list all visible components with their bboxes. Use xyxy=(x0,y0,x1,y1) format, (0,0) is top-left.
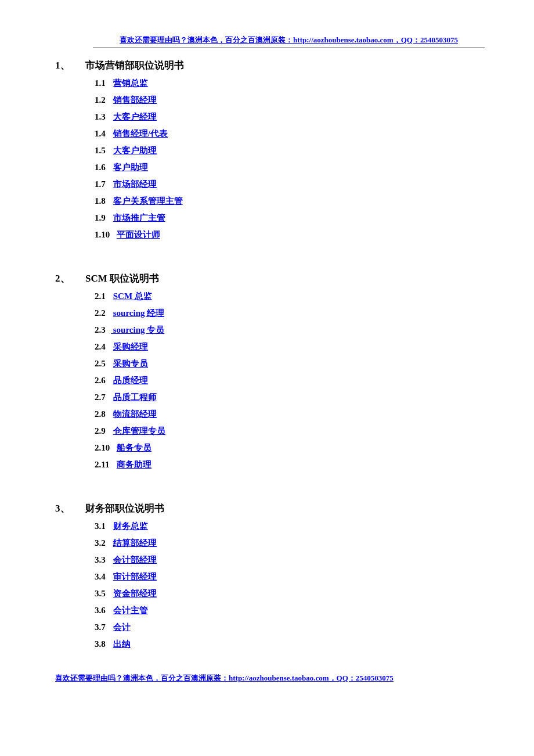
item-number: 1.4 xyxy=(95,129,111,139)
toc-item: 2.9 仓库管理专员 xyxy=(95,426,479,437)
toc-item: 3.2 结算部经理 xyxy=(95,538,479,549)
item-number: 2.6 xyxy=(95,376,111,386)
page-footer-link[interactable]: 喜欢还需要理由吗？澳洲本色，百分之百澳洲原装：http://aozhoubens… xyxy=(55,673,479,683)
toc-link[interactable]: 会计主管 xyxy=(113,606,148,615)
item-number: 1.3 xyxy=(95,112,111,122)
toc-item: 1.9 市场推广主管 xyxy=(95,213,479,224)
item-number: 1.10 xyxy=(95,230,114,240)
section-2: 2、 SCM 职位说明书 2.1 SCM 总监 2.2 sourcing 经理 … xyxy=(55,272,479,470)
item-number: 2.10 xyxy=(95,443,114,453)
toc-link[interactable]: SCM 总监 xyxy=(113,291,152,301)
toc-link[interactable]: 平面设计师 xyxy=(117,230,160,239)
item-number: 3.5 xyxy=(95,589,111,599)
toc-link[interactable]: 销售部经理 xyxy=(113,95,157,105)
item-number: 1.8 xyxy=(95,196,111,206)
toc-item: 2.3 sourcing 专员 xyxy=(95,325,479,336)
section-1: 1、 市场营销部职位说明书 1.1 营销总监 1.2 销售部经理 1.3 大客户… xyxy=(55,59,479,240)
toc-item: 3.1 财务总监 xyxy=(95,521,479,532)
toc-item: 2.1 SCM 总监 xyxy=(95,291,479,302)
toc-link[interactable]: 出纳 xyxy=(113,639,131,649)
toc-link[interactable]: 船务专员 xyxy=(117,443,151,452)
toc-item: 1.8 客户关系管理主管 xyxy=(95,196,479,207)
item-number: 2.3 xyxy=(95,325,111,335)
toc-item: 2.6 品质经理 xyxy=(95,375,479,386)
item-number: 2.5 xyxy=(95,359,111,369)
item-number: 1.2 xyxy=(95,95,111,105)
toc-link[interactable]: 品质工程师 xyxy=(113,393,157,402)
toc-link[interactable]: sourcing 经理 xyxy=(113,308,164,318)
toc-link[interactable]: 财务总监 xyxy=(113,521,148,531)
item-number: 3.2 xyxy=(95,538,111,548)
toc-item: 1.2 销售部经理 xyxy=(95,95,479,106)
toc-item: 2.2 sourcing 经理 xyxy=(95,308,479,319)
toc-link[interactable]: 采购经理 xyxy=(113,342,148,351)
toc-item: 3.7 会计 xyxy=(95,622,479,633)
item-number: 2.2 xyxy=(95,308,111,318)
toc-item: 2.7 品质工程师 xyxy=(95,392,479,403)
toc-link[interactable]: 资金部经理 xyxy=(113,589,157,598)
toc-link[interactable]: sourcing 专员 xyxy=(111,325,164,334)
item-number: 3.1 xyxy=(95,521,111,531)
item-number: 3.4 xyxy=(95,572,111,582)
toc-link[interactable]: 大客户助理 xyxy=(113,146,157,155)
item-number: 1.7 xyxy=(95,179,111,189)
section-heading: SCM 职位说明书 xyxy=(85,272,159,285)
toc-link[interactable]: 结算部经理 xyxy=(113,538,157,548)
toc-link[interactable]: 仓库管理专员 xyxy=(113,426,165,435)
item-number: 1.6 xyxy=(95,163,111,172)
toc-link[interactable]: 会计部经理 xyxy=(113,555,157,564)
toc-link[interactable]: 大客户经理 xyxy=(113,112,157,121)
item-number: 2.7 xyxy=(95,393,111,402)
section-title: 2、 SCM 职位说明书 xyxy=(55,272,479,285)
toc-item: 1.3 大客户经理 xyxy=(95,111,479,123)
toc-link[interactable]: 商务助理 xyxy=(117,460,151,469)
toc-link[interactable]: 品质经理 xyxy=(113,376,148,385)
toc-item: 3.8 出纳 xyxy=(95,639,479,650)
toc-item: 2.11 商务助理 xyxy=(95,459,479,470)
item-number: 2.4 xyxy=(95,342,111,352)
toc-link[interactable]: 市场推广主管 xyxy=(113,213,165,222)
toc-link[interactable]: 客户关系管理主管 xyxy=(113,196,183,206)
section-title: 1、 市场营销部职位说明书 xyxy=(55,59,479,72)
toc-link[interactable]: 客户助理 xyxy=(113,163,148,172)
section-title: 3、 财务部职位说明书 xyxy=(55,502,479,515)
item-number: 2.9 xyxy=(95,426,111,436)
toc-item: 3.4 审计部经理 xyxy=(95,571,479,582)
section-number: 3、 xyxy=(55,502,85,515)
toc-link[interactable]: 销售经理/代表 xyxy=(113,129,168,138)
toc-item: 1.4 销售经理/代表 xyxy=(95,128,479,139)
item-number: 2.8 xyxy=(95,409,111,419)
toc-link[interactable]: 会计 xyxy=(113,622,131,632)
section-3: 3、 财务部职位说明书 3.1 财务总监 3.2 结算部经理 3.3 会计部经理… xyxy=(55,502,479,650)
section-number: 2、 xyxy=(55,272,85,285)
item-number: 3.6 xyxy=(95,606,111,615)
item-number: 3.3 xyxy=(95,555,111,565)
toc-item: 3.6 会计主管 xyxy=(95,605,479,616)
item-number: 1.1 xyxy=(95,78,111,88)
toc-item: 1.7 市场部经理 xyxy=(95,179,479,190)
page-header-link[interactable]: 喜欢还需要理由吗？澳洲本色，百分之百澳洲原装：http://aozhoubens… xyxy=(93,35,485,48)
item-number: 1.9 xyxy=(95,213,111,223)
toc-item: 2.5 采购专员 xyxy=(95,358,479,369)
section-items: 3.1 财务总监 3.2 结算部经理 3.3 会计部经理 3.4 审计部经理 3… xyxy=(95,521,479,650)
toc-item: 2.8 物流部经理 xyxy=(95,409,479,420)
toc-link[interactable]: 审计部经理 xyxy=(113,572,157,581)
page-content: 喜欢还需要理由吗？澳洲本色，百分之百澳洲原装：http://aozhoubens… xyxy=(0,0,534,707)
toc-item: 1.5 大客户助理 xyxy=(95,145,479,156)
section-heading: 市场营销部职位说明书 xyxy=(85,59,184,72)
item-number: 1.5 xyxy=(95,146,111,156)
toc-item: 2.10 船务专员 xyxy=(95,442,479,453)
toc-item: 1.1 营销总监 xyxy=(95,78,479,89)
section-number: 1、 xyxy=(55,59,85,72)
toc-link[interactable]: 市场部经理 xyxy=(113,179,157,189)
toc-link[interactable]: 物流部经理 xyxy=(113,409,157,419)
toc-item: 3.5 资金部经理 xyxy=(95,588,479,599)
toc-item: 1.6 客户助理 xyxy=(95,162,479,173)
section-heading: 财务部职位说明书 xyxy=(85,502,164,515)
toc-item: 2.4 采购经理 xyxy=(95,341,479,352)
toc-link[interactable]: 营销总监 xyxy=(113,78,148,88)
toc-link[interactable]: 采购专员 xyxy=(113,359,148,368)
toc-item: 1.10 平面设计师 xyxy=(95,229,479,240)
item-number: 3.7 xyxy=(95,622,111,632)
item-number: 2.11 xyxy=(95,460,114,470)
